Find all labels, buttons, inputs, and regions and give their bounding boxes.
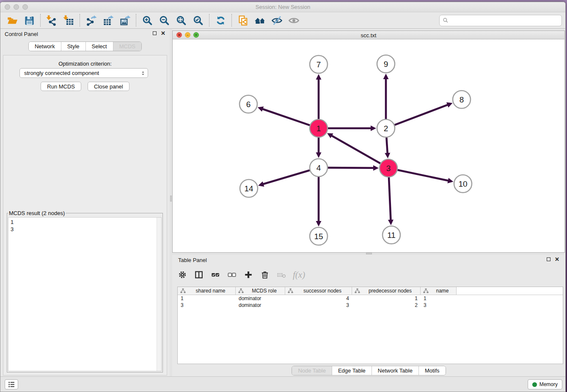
graph-node-8[interactable]: 8 bbox=[453, 91, 471, 108]
tab-motifs[interactable]: Motifs bbox=[418, 366, 446, 375]
zoom-out-button[interactable] bbox=[156, 14, 173, 27]
show-panel-button[interactable] bbox=[285, 14, 302, 27]
search-input[interactable] bbox=[451, 17, 559, 24]
graph-edge-1-2[interactable] bbox=[328, 126, 376, 131]
zoom-selected-button[interactable] bbox=[190, 14, 206, 27]
graph-node-14[interactable]: 14 bbox=[240, 179, 258, 197]
table-cell[interactable]: 1 bbox=[421, 295, 457, 302]
graph-node-9[interactable]: 9 bbox=[377, 55, 395, 73]
graph-edge-1-4[interactable] bbox=[316, 138, 322, 158]
graph-node-3[interactable]: 3 bbox=[380, 159, 397, 177]
hide-panel-button[interactable] bbox=[268, 14, 285, 27]
graph-node-1[interactable]: 1 bbox=[310, 119, 328, 137]
tab-network[interactable]: Network bbox=[29, 42, 61, 51]
table-row[interactable]: 3dominator323 bbox=[178, 302, 563, 309]
mcds-result-group: MCDS result (2 nodes) 1 3 bbox=[7, 210, 163, 373]
tab-style[interactable]: Style bbox=[61, 42, 85, 51]
svg-text:8: 8 bbox=[460, 95, 464, 104]
network-graph[interactable]: 7968124314101511 bbox=[173, 39, 564, 252]
zoom-in-button[interactable] bbox=[139, 14, 156, 27]
tab-mcds[interactable]: MCDS bbox=[113, 42, 141, 51]
result-scrollbar[interactable] bbox=[157, 218, 161, 371]
close-panel-button[interactable]: Close panel bbox=[88, 82, 129, 91]
deselect-all-checks-button[interactable] bbox=[227, 270, 237, 280]
tab-node-table[interactable]: Node Table bbox=[292, 366, 332, 375]
table-cell[interactable]: 4 bbox=[285, 295, 352, 302]
graph-edge-1-7[interactable] bbox=[316, 74, 322, 119]
graph-node-7[interactable]: 7 bbox=[310, 55, 328, 73]
splitter-grip-icon[interactable] bbox=[170, 196, 172, 202]
delete-entry-icon bbox=[260, 270, 270, 279]
graph-edge-3-1[interactable] bbox=[327, 133, 380, 163]
search-box[interactable] bbox=[439, 15, 562, 26]
table-cell[interactable]: 1 bbox=[352, 295, 421, 302]
export-table-button[interactable] bbox=[99, 14, 116, 27]
open-file-button[interactable] bbox=[4, 14, 21, 27]
graph-node-15[interactable]: 15 bbox=[310, 227, 328, 245]
delete-entry-button[interactable] bbox=[260, 270, 270, 280]
column-header-shared-name[interactable]: shared name bbox=[178, 287, 236, 295]
graph-node-6[interactable]: 6 bbox=[239, 95, 257, 113]
show-networks-button[interactable] bbox=[251, 14, 268, 27]
column-header-MCDS-role[interactable]: MCDS role bbox=[236, 287, 285, 295]
column-header-predecessor-nodes[interactable]: predecessor nodes bbox=[352, 287, 421, 295]
export-network-button[interactable] bbox=[83, 14, 99, 27]
task-history-button[interactable] bbox=[5, 379, 18, 389]
table-row[interactable]: 1dominator411 bbox=[178, 295, 563, 302]
graph-edge-2-9[interactable] bbox=[383, 74, 389, 119]
graph-edge-4-15[interactable] bbox=[316, 177, 322, 226]
toggle-columns-button[interactable] bbox=[194, 270, 204, 280]
table-cell[interactable]: dominator bbox=[236, 295, 285, 302]
column-header-successor-nodes[interactable]: successor nodes bbox=[285, 287, 352, 295]
select-all-checks-button[interactable] bbox=[210, 270, 220, 280]
table-cell[interactable]: 3 bbox=[421, 302, 457, 309]
add-entry-button[interactable] bbox=[243, 270, 253, 280]
tab-edge-table[interactable]: Edge Table bbox=[332, 366, 372, 375]
svg-text:4: 4 bbox=[317, 163, 321, 172]
mcds-result-title: MCDS result (2 nodes) bbox=[8, 210, 66, 216]
refresh-icon bbox=[215, 15, 226, 26]
close-panel-icon[interactable]: ✕ bbox=[555, 257, 559, 262]
graph-edge-1-6[interactable] bbox=[258, 107, 310, 125]
table-cell[interactable]: 1 bbox=[178, 295, 236, 302]
run-mcds-button[interactable]: Run MCDS bbox=[41, 82, 81, 91]
graph-node-4[interactable]: 4 bbox=[310, 159, 328, 177]
graph-edge-4-3[interactable] bbox=[328, 165, 379, 171]
mcds-result-list[interactable]: 1 3 bbox=[8, 217, 162, 371]
import-network-button[interactable] bbox=[43, 14, 60, 27]
float-panel-icon[interactable] bbox=[153, 31, 157, 35]
graph-edge-4-14[interactable] bbox=[258, 170, 310, 187]
tab-network-table[interactable]: Network Table bbox=[372, 366, 418, 375]
import-table-button[interactable] bbox=[60, 14, 77, 27]
graph-node-2[interactable]: 2 bbox=[377, 119, 395, 137]
save-button[interactable] bbox=[21, 14, 38, 27]
criterion-select[interactable]: strongly connected component bbox=[19, 68, 148, 78]
graph-node-11[interactable]: 11 bbox=[383, 226, 400, 244]
graph-edge-2-3[interactable] bbox=[385, 138, 390, 158]
table-panel-title: Table Panel bbox=[178, 257, 207, 263]
export-image-button[interactable] bbox=[116, 14, 133, 27]
graph-edge-3-11[interactable] bbox=[388, 177, 394, 225]
column-header-name[interactable]: name bbox=[421, 287, 457, 295]
export-network-icon bbox=[85, 15, 97, 26]
network-canvas[interactable]: 7968124314101511 bbox=[173, 39, 564, 252]
zoom-fit-button[interactable] bbox=[173, 14, 190, 27]
graph-edge-2-8[interactable] bbox=[395, 102, 453, 125]
table-cell[interactable]: dominator bbox=[236, 302, 285, 309]
float-panel-icon[interactable] bbox=[547, 257, 550, 261]
splitter-grip-icon[interactable] bbox=[366, 253, 372, 254]
close-panel-icon[interactable]: ✕ bbox=[161, 31, 165, 36]
duplicate-network-button[interactable] bbox=[234, 14, 251, 27]
select-all-checks-icon bbox=[211, 270, 220, 279]
graph-node-10[interactable]: 10 bbox=[454, 175, 472, 193]
table-settings-button[interactable] bbox=[177, 270, 187, 280]
table-cell[interactable]: 3 bbox=[178, 302, 236, 309]
zoom-out-icon bbox=[159, 15, 170, 26]
graph-edge-3-10[interactable] bbox=[398, 170, 454, 184]
tab-select[interactable]: Select bbox=[85, 42, 113, 51]
refresh-button[interactable] bbox=[212, 14, 229, 27]
table-cell[interactable]: 2 bbox=[352, 302, 421, 309]
table-cell[interactable]: 3 bbox=[285, 302, 352, 309]
toolbar-separator bbox=[136, 14, 136, 27]
memory-button[interactable]: Memory bbox=[528, 379, 562, 389]
